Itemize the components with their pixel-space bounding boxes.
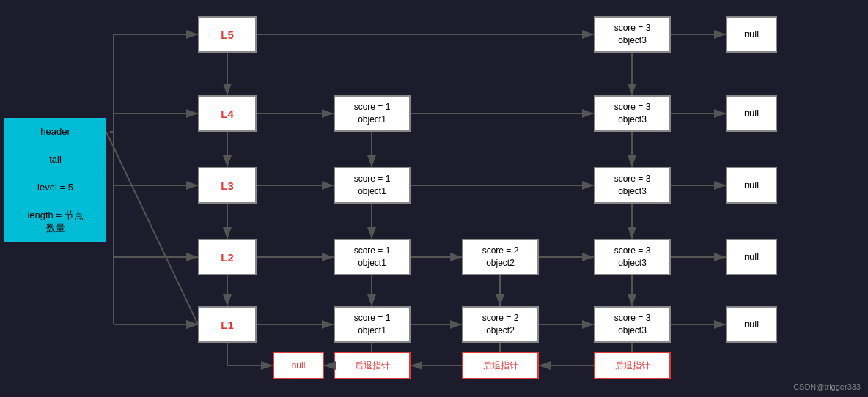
header-label: header xyxy=(40,125,70,138)
null-node-5: null xyxy=(726,16,777,53)
data-node-4-1: score = 1object1 xyxy=(334,95,411,132)
level-label: level = 5 xyxy=(37,181,73,194)
data-node-1-2: score = 2object2 xyxy=(462,306,539,343)
header-box: header xyxy=(4,118,106,146)
backward-1: 后退指针 xyxy=(334,352,411,379)
length-box: length = 节点数量 xyxy=(4,201,106,242)
data-node-1-1: score = 1object1 xyxy=(334,306,411,343)
level-box: level = 5 xyxy=(4,174,106,201)
canvas: header tail level = 5 length = 节点数量 L5 L… xyxy=(0,0,868,397)
null-node-3: null xyxy=(726,167,777,204)
level-node-L5: L5 xyxy=(198,16,257,53)
backward-3: 后退指针 xyxy=(594,352,671,379)
null-node-1: null xyxy=(726,306,777,343)
backward-2: 后退指针 xyxy=(462,352,539,379)
level-node-L2: L2 xyxy=(198,239,257,275)
data-node-4-3: score = 3object3 xyxy=(594,95,671,132)
watermark: CSDN@trigger333 xyxy=(793,382,861,391)
data-node-3-1: score = 1object1 xyxy=(334,167,411,204)
null-node-2: null xyxy=(726,239,777,275)
data-node-3-3: score = 3object3 xyxy=(594,167,671,204)
tail-box: tail xyxy=(4,146,106,174)
null-node-4: null xyxy=(726,95,777,132)
level-node-L1: L1 xyxy=(198,306,257,343)
data-node-2-3: score = 3object3 xyxy=(594,239,671,275)
backward-null: null xyxy=(273,352,324,379)
level-node-L4: L4 xyxy=(198,95,257,132)
data-node-2-1: score = 1object1 xyxy=(334,239,411,275)
data-node-1-3: score = 3object3 xyxy=(594,306,671,343)
data-node-2-2: score = 2object2 xyxy=(462,239,539,275)
tail-label: tail xyxy=(49,153,62,166)
length-label: length = 节点数量 xyxy=(27,209,83,235)
data-node-5-3: score = 3object3 xyxy=(594,16,671,53)
svg-line-32 xyxy=(106,132,198,324)
level-node-L3: L3 xyxy=(198,167,257,204)
